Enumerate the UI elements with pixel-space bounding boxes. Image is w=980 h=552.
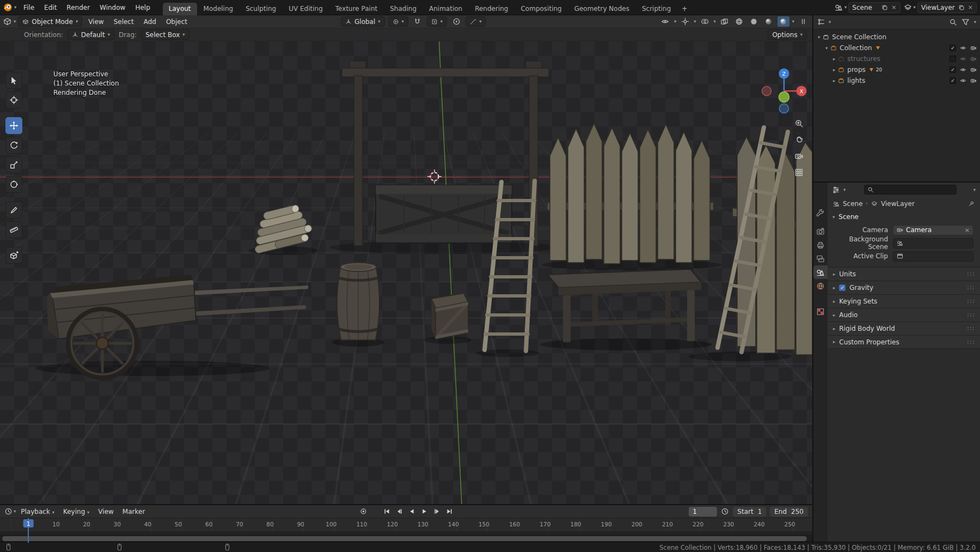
tab-texture[interactable] <box>813 305 828 318</box>
editor-type-outliner-icon[interactable] <box>817 18 825 26</box>
tab-geometry-nodes[interactable]: Geometry Nodes <box>568 3 635 15</box>
visibility-dropdown[interactable] <box>659 16 671 27</box>
hide-eye-icon[interactable] <box>960 45 966 51</box>
menu-marker[interactable]: Marker <box>119 508 149 515</box>
chevron-down-icon[interactable]: ▾ <box>829 20 831 25</box>
disable-render-camera-icon[interactable] <box>970 56 977 62</box>
snap-target-dropdown[interactable]: ▾ <box>427 16 447 27</box>
section-audio[interactable]: ▸ Audio <box>828 308 980 322</box>
prop-log-pile[interactable] <box>247 202 314 254</box>
jump-to-end-button[interactable] <box>444 507 455 517</box>
chevron-down-icon[interactable]: ▾ <box>843 187 846 192</box>
tab-layout[interactable]: Layout <box>163 3 197 15</box>
next-keyframe-button[interactable] <box>431 507 442 517</box>
pan-hand-icon[interactable] <box>794 135 804 144</box>
outliner-row-scene-collection[interactable]: ▾ Scene Collection <box>813 32 980 43</box>
expand-icon[interactable]: ▸ <box>833 78 835 83</box>
annotate-tool[interactable] <box>5 202 22 219</box>
menu-object[interactable]: Object <box>162 18 191 26</box>
menu-keying[interactable]: Keying ▾ <box>59 508 93 515</box>
editor-type-timeline-icon[interactable] <box>4 507 13 515</box>
play-reverse-button[interactable] <box>406 507 417 517</box>
prop-table[interactable] <box>548 269 701 342</box>
section-keying-sets[interactable]: ▸ Keying Sets <box>828 294 980 308</box>
disable-render-camera-icon[interactable] <box>970 45 977 51</box>
tab-world[interactable] <box>813 279 828 293</box>
orientation-default-dropdown[interactable]: Default ▾ <box>68 29 114 40</box>
add-cube-tool[interactable] <box>5 247 22 264</box>
new-view-layer-icon[interactable] <box>958 4 965 11</box>
menu-help[interactable]: Help <box>130 0 155 15</box>
tab-output[interactable] <box>813 238 828 252</box>
chevron-down-icon[interactable]: ▾ <box>674 19 676 24</box>
camera-view-icon[interactable] <box>794 151 804 161</box>
menu-playback[interactable]: Playback ▾ <box>17 508 58 515</box>
browse-view-layer-icon[interactable]: ▾ <box>914 5 916 10</box>
cursor-tool[interactable] <box>5 92 22 108</box>
menu-window[interactable]: Window <box>95 0 130 15</box>
tab-texture-paint[interactable]: Texture Paint <box>329 3 383 15</box>
prop-palisade-fence[interactable] <box>548 123 713 264</box>
mode-dropdown[interactable]: Object Mode ▾ <box>18 16 82 27</box>
timeline-ruler[interactable]: 1 10203040506070809010011012013014015016… <box>0 518 812 531</box>
tab-modeling[interactable]: Modeling <box>198 3 240 15</box>
proportional-falloff-dropdown[interactable]: ▾ <box>465 16 486 27</box>
use-preview-range-icon[interactable] <box>721 507 729 515</box>
tab-shading[interactable]: Shading <box>384 3 422 15</box>
viewport-3d[interactable]: ▾ Object Mode ▾ View Select Add Object G… <box>0 15 812 504</box>
search-icon[interactable] <box>949 18 957 26</box>
exclude-checkbox[interactable]: ✓ <box>950 56 956 62</box>
menu-file[interactable]: File <box>19 0 39 15</box>
viewport-canvas[interactable]: User Perspective (1) Scene Collection Re… <box>0 41 812 504</box>
properties-search[interactable] <box>864 185 957 195</box>
auto-key-toggle[interactable] <box>359 505 367 518</box>
timeline-scrollbar[interactable] <box>0 535 812 542</box>
shading-solid-button[interactable] <box>748 16 760 27</box>
outliner-row-structures[interactable]: ▸ structures ✓ <box>813 53 980 64</box>
menu-view[interactable]: View <box>84 18 107 26</box>
chevron-down-icon[interactable]: ▾ <box>713 19 715 24</box>
navigation-gizmo[interactable]: Z X <box>759 66 808 116</box>
frame-start-field[interactable]: Start 1 <box>733 507 766 517</box>
camera-id-field[interactable]: Camera × <box>893 225 973 235</box>
unlink-scene-icon[interactable]: × <box>891 4 896 10</box>
outliner-row-props[interactable]: ▸ props 20 ✓ <box>813 64 980 75</box>
scene-name-field[interactable]: Scene × <box>848 2 900 13</box>
add-workspace-button[interactable]: + <box>677 3 691 15</box>
pivot-point-dropdown[interactable]: ▾ <box>388 16 408 27</box>
play-button[interactable] <box>419 507 430 517</box>
gravity-checkbox[interactable]: ✓ <box>839 284 846 291</box>
shading-rendered-button[interactable] <box>777 16 789 27</box>
pause-toggle[interactable] <box>797 16 809 27</box>
active-clip-field[interactable] <box>893 251 973 262</box>
expand-icon[interactable]: ▸ <box>833 68 835 72</box>
background-scene-field[interactable] <box>893 238 973 248</box>
hide-eye-icon[interactable] <box>960 66 966 73</box>
shading-dropdown-icon[interactable]: ▾ <box>792 19 794 24</box>
drag-mode-dropdown[interactable]: Select Box ▾ <box>141 29 189 40</box>
editor-type-properties-icon[interactable] <box>832 186 840 194</box>
disable-render-camera-icon[interactable] <box>970 77 977 84</box>
breadcrumb-scene[interactable]: Scene <box>843 200 863 208</box>
frame-end-field[interactable]: End 250 <box>770 507 808 517</box>
tab-render[interactable] <box>813 225 828 238</box>
blender-menu-button[interactable]: ▾ <box>3 3 17 12</box>
disable-render-camera-icon[interactable] <box>970 66 977 73</box>
select-box-tool[interactable] <box>5 72 22 89</box>
expand-icon[interactable]: ▾ <box>825 46 828 51</box>
browse-scene-icon[interactable]: ▾ <box>844 5 847 10</box>
snap-toggle[interactable] <box>412 16 424 27</box>
expand-icon[interactable]: ▾ <box>818 35 820 40</box>
editor-type-viewport-icon[interactable] <box>3 17 11 26</box>
view-layer-name-field[interactable]: ViewLayer × <box>917 2 977 13</box>
move-tool[interactable] <box>5 117 22 134</box>
breadcrumb-viewlayer[interactable]: ViewLayer <box>881 200 915 208</box>
menu-render[interactable]: Render <box>62 0 95 15</box>
prev-keyframe-button[interactable] <box>394 507 405 517</box>
options-dropdown[interactable]: Options ▾ <box>768 29 807 40</box>
menu-select[interactable]: Select <box>110 18 138 26</box>
menu-view-timeline[interactable]: View <box>94 508 117 515</box>
tab-sculpting[interactable]: Sculpting <box>240 3 282 15</box>
chevron-down-icon[interactable]: ▾ <box>14 19 16 24</box>
expand-icon[interactable]: ▸ <box>833 57 835 62</box>
